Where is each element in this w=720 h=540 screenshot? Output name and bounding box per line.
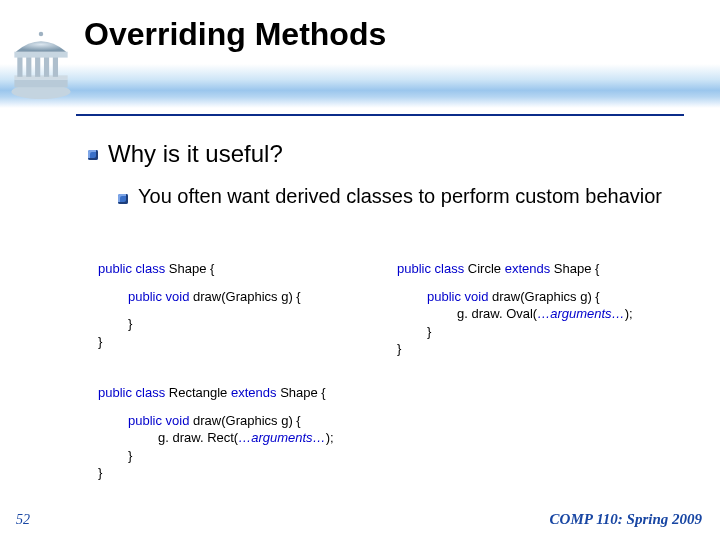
code-row-top: public class Shape { public void draw(Gr…	[98, 260, 688, 358]
svg-rect-8	[14, 52, 67, 58]
header-gradient	[0, 64, 720, 108]
slide-number: 52	[16, 512, 30, 528]
svg-rect-4	[26, 56, 31, 77]
svg-rect-3	[17, 56, 22, 77]
svg-point-9	[39, 32, 43, 36]
bullet-icon	[118, 194, 128, 204]
svg-rect-1	[14, 80, 67, 87]
course-footer: COMP 110: Spring 2009	[550, 511, 702, 528]
bullet1-text: Why is it useful?	[108, 140, 283, 168]
svg-rect-5	[35, 56, 40, 77]
code-circle-class: public class Circle extends Shape { publ…	[397, 260, 688, 358]
bullet-level2: You often want derived classes to perfor…	[118, 184, 688, 209]
bullet2-text: You often want derived classes to perfor…	[138, 184, 662, 209]
slide: Overriding Methods Why is it useful? You…	[0, 0, 720, 540]
svg-rect-7	[53, 56, 58, 77]
svg-rect-6	[44, 56, 49, 77]
bullet-level1: Why is it useful?	[88, 140, 688, 168]
bullet-icon	[88, 150, 98, 160]
gazebo-logo-icon	[4, 28, 78, 102]
slide-body: Why is it useful? You often want derived…	[88, 140, 688, 209]
slide-title: Overriding Methods	[84, 16, 386, 53]
code-shape-class: public class Shape { public void draw(Gr…	[98, 260, 389, 358]
header-underline	[76, 114, 684, 116]
code-rectangle-class: public class Rectangle extends Shape { p…	[98, 384, 498, 482]
